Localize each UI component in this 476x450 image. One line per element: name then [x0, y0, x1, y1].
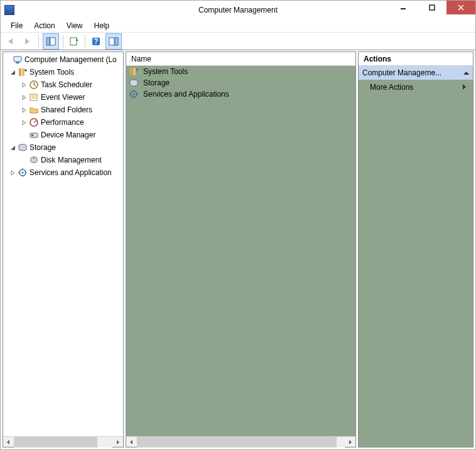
- toolbar-separator: [63, 35, 63, 48]
- expander-none: [21, 157, 28, 164]
- minimize-button[interactable]: [389, 1, 418, 14]
- list-item-system-tools[interactable]: System Tools: [126, 66, 355, 77]
- svg-rect-5: [50, 38, 55, 45]
- svg-rect-25: [31, 134, 33, 136]
- help-button[interactable]: ?: [89, 35, 103, 48]
- list-item-services[interactable]: Services and Applications: [126, 88, 355, 100]
- services-icon: [129, 89, 139, 99]
- svg-point-37: [136, 68, 138, 71]
- event-viewer-icon: [29, 92, 39, 102]
- list-item-label: System Tools: [143, 67, 188, 76]
- show-hide-action-pane-button[interactable]: [105, 33, 122, 50]
- tree-node-label: Shared Folders: [41, 105, 92, 114]
- menu-view[interactable]: View: [62, 20, 88, 31]
- computer-mgmt-icon: [13, 55, 23, 65]
- chevron-right-icon: [463, 83, 467, 92]
- console-tree[interactable]: Computer Management (LoSystem ToolsTask …: [3, 52, 123, 436]
- svg-text:?: ?: [94, 37, 98, 46]
- svg-rect-10: [115, 38, 118, 45]
- scroll-right-icon[interactable]: [345, 437, 355, 447]
- storage-icon: [129, 78, 139, 88]
- expander-open-icon[interactable]: [9, 69, 16, 76]
- svg-rect-24: [30, 133, 38, 137]
- list-view[interactable]: System ToolsStorageServices and Applicat…: [126, 66, 355, 436]
- tree-node-label: Storage: [30, 143, 56, 152]
- tree-node-shared-folders[interactable]: Shared Folders: [3, 104, 123, 116]
- list-item-label: Services and Applications: [143, 90, 229, 99]
- maximize-button[interactable]: [418, 1, 446, 14]
- properties-button[interactable]: [67, 35, 81, 48]
- close-button[interactable]: [446, 1, 475, 14]
- toolbar-separator: [38, 35, 39, 48]
- list-item-label: Storage: [143, 78, 170, 87]
- tree-node-disk-mgmt[interactable]: Disk Management: [3, 154, 123, 166]
- list-item-storage[interactable]: Storage: [126, 77, 355, 88]
- menu-help[interactable]: Help: [89, 20, 115, 31]
- chevron-up-icon: [463, 68, 469, 77]
- system-tools-icon: [129, 67, 139, 77]
- svg-rect-36: [133, 68, 136, 75]
- svg-rect-19: [30, 94, 37, 100]
- svg-rect-9: [109, 38, 114, 45]
- list-scrollbar[interactable]: [126, 436, 355, 447]
- tree-node-label: Computer Management (Lo: [24, 55, 117, 64]
- action-item-label: More Actions: [370, 83, 413, 92]
- tree-node-label: Performance: [41, 118, 84, 127]
- svg-rect-11: [14, 56, 21, 62]
- svg-point-15: [24, 69, 27, 72]
- svg-rect-6: [70, 38, 77, 45]
- disk-mgmt-icon: [29, 155, 39, 165]
- tree-node-services[interactable]: Services and Application: [3, 166, 123, 179]
- storage-icon: [18, 142, 28, 153]
- svg-point-30: [22, 172, 24, 174]
- expander-none: [21, 132, 28, 139]
- expander-closed-icon[interactable]: [21, 82, 28, 88]
- actions-section-title[interactable]: Computer Manageme...: [359, 66, 473, 80]
- workspace: Computer Management (LoSystem ToolsTask …: [1, 50, 475, 449]
- system-tools-icon: [18, 67, 28, 77]
- svg-point-40: [133, 94, 135, 95]
- window-controls: [389, 1, 475, 14]
- svg-rect-1: [430, 5, 435, 10]
- scroll-left-icon[interactable]: [3, 437, 14, 447]
- tree-node-task-scheduler[interactable]: Task Scheduler: [3, 78, 123, 91]
- tree-node-storage[interactable]: Storage: [3, 141, 123, 154]
- menu-file[interactable]: File: [6, 20, 28, 31]
- actions-pane: Actions Computer Manageme... More Action…: [358, 51, 473, 447]
- actions-more-actions[interactable]: More Actions: [359, 80, 473, 95]
- forward-button[interactable]: [21, 35, 35, 48]
- task-scheduler-icon: [29, 80, 39, 90]
- tree-node-computer-mgmt[interactable]: Computer Management (Lo: [3, 53, 123, 66]
- expander-open-icon[interactable]: [9, 144, 16, 151]
- app-icon: [4, 5, 14, 15]
- tree-node-device-manager[interactable]: Device Manager: [3, 129, 123, 141]
- tree-node-performance[interactable]: Performance: [3, 116, 123, 129]
- expander-closed-icon[interactable]: [21, 107, 28, 114]
- services-icon: [18, 168, 28, 178]
- tree-node-label: System Tools: [30, 68, 74, 77]
- svg-rect-35: [130, 68, 133, 75]
- tree-scrollbar[interactable]: [3, 436, 123, 447]
- actions-body: Computer Manageme... More Actions: [359, 66, 473, 447]
- tree-node-label: Device Manager: [41, 131, 95, 139]
- actions-section-label: Computer Manageme...: [362, 68, 441, 77]
- scroll-left-icon[interactable]: [126, 437, 137, 447]
- actions-header: Actions: [359, 52, 473, 66]
- tree-node-system-tools[interactable]: System Tools: [3, 66, 123, 78]
- tree-node-event-viewer[interactable]: Event Viewer: [3, 91, 123, 104]
- svg-point-28: [33, 158, 35, 159]
- back-button[interactable]: [4, 35, 18, 48]
- expander-closed-icon[interactable]: [9, 169, 16, 176]
- show-hide-tree-button[interactable]: [43, 33, 59, 50]
- list-column-header-name[interactable]: Name: [126, 52, 355, 66]
- expander-none: [4, 56, 11, 63]
- scroll-right-icon[interactable]: [112, 437, 123, 447]
- svg-rect-12: [16, 62, 19, 63]
- expander-closed-icon[interactable]: [21, 119, 28, 126]
- title-bar: Computer Management: [1, 1, 475, 19]
- toolbar-separator: [85, 35, 85, 48]
- expander-closed-icon[interactable]: [21, 94, 28, 101]
- menu-bar: File Action View Help: [1, 19, 475, 33]
- menu-action[interactable]: Action: [29, 20, 60, 31]
- tree-pane: Computer Management (LoSystem ToolsTask …: [3, 51, 124, 447]
